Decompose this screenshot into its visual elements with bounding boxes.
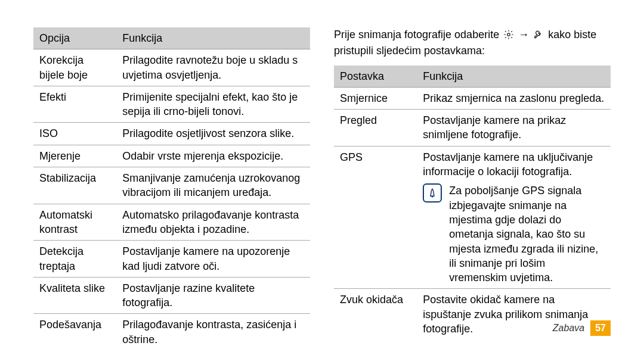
cell-function: Postavljanje kamere na uključivanje info… xyxy=(417,146,611,289)
cell-function: Prilagodite osjetljivost senzora slike. xyxy=(116,123,310,145)
table-row: PregledPostavljanje kamere na prikaz sni… xyxy=(334,110,611,147)
cell-option: Stabilizacija xyxy=(33,167,116,204)
cell-setting: GPS xyxy=(334,146,417,289)
note-icon xyxy=(423,183,442,202)
table-row: PodešavanjaPrilagođavanje kontrasta, zas… xyxy=(33,314,310,349)
cell-option: Korekcija bijele boje xyxy=(33,49,116,86)
cell-option: Automatski kontrast xyxy=(33,204,116,241)
th-funkcija-2: Funkcija xyxy=(417,66,611,88)
cell-function: Postavljanje kamere na prikaz snimljene … xyxy=(417,110,611,147)
cell-setting: Smjernice xyxy=(334,87,417,109)
table-row: GPSPostavljanje kamere na uključivanje i… xyxy=(334,146,611,289)
wrench-icon xyxy=(533,29,544,43)
settings-table: Postavka Funkcija SmjernicePrikaz smjern… xyxy=(334,66,611,340)
cell-function: Odabir vrste mjerenja ekspozicije. xyxy=(116,145,310,167)
cell-function: Prikaz smjernica na zaslonu pregleda. xyxy=(417,87,611,109)
th-opcija: Opcija xyxy=(33,27,116,49)
table-row: Automatski kontrastAutomatsko prilagođav… xyxy=(33,204,310,241)
cell-function: Automatsko prilagođavanje kontrasta izme… xyxy=(116,204,310,241)
cell-option: Detekcija treptaja xyxy=(33,241,116,278)
cell-option: Kvaliteta slike xyxy=(33,277,116,314)
svg-point-1 xyxy=(432,197,433,198)
th-postavka: Postavka xyxy=(334,66,417,88)
cell-option: Mjerenje xyxy=(33,145,116,167)
cell-option: Efekti xyxy=(33,86,116,123)
right-column: Prije snimanja fotografije odaberite → k… xyxy=(334,27,611,349)
cell-function: Primijenite specijalni efekt, kao što je… xyxy=(116,86,310,123)
table-row: Kvaliteta slikePostavljanje razine kvali… xyxy=(33,277,310,314)
note-block: Za poboljšanje GPS signala izbjegavajte … xyxy=(423,183,605,285)
left-column: Opcija Funkcija Korekcija bijele bojePri… xyxy=(33,27,310,349)
table-row: MjerenjeOdabir vrste mjerenja ekspozicij… xyxy=(33,145,310,167)
footer-section: Zabava xyxy=(553,322,584,335)
table-row: ISOPrilagodite osjetljivost senzora slik… xyxy=(33,123,310,145)
table-row: Korekcija bijele bojePrilagodite ravnote… xyxy=(33,49,310,86)
cell-function: Prilagodite ravnotežu boje u skladu s uv… xyxy=(116,49,310,86)
note-text: Za poboljšanje GPS signala izbjegavajte … xyxy=(449,183,605,285)
options-table: Opcija Funkcija Korekcija bijele bojePri… xyxy=(33,27,310,349)
cell-function: Postavljanje razine kvalitete fotografij… xyxy=(116,277,310,314)
cell-setting: Zvuk okidača xyxy=(334,289,417,339)
table-row: Detekcija treptajaPostavljanje kamere na… xyxy=(33,241,310,278)
svg-point-0 xyxy=(507,33,510,36)
intro-text: Prije snimanja fotografije odaberite → k… xyxy=(334,27,611,58)
page-footer: Zabava 57 xyxy=(553,320,611,336)
table-row: SmjernicePrikaz smjernica na zaslonu pre… xyxy=(334,87,611,109)
table-row: StabilizacijaSmanjivanje zamućenja uzrok… xyxy=(33,167,310,204)
cell-option: Podešavanja xyxy=(33,314,116,349)
cell-option: ISO xyxy=(33,123,116,145)
th-funkcija: Funkcija xyxy=(116,27,310,49)
footer-page-number: 57 xyxy=(590,320,611,336)
cell-function: Prilagođavanje kontrasta, zasićenja i oš… xyxy=(116,314,310,349)
table-row: EfektiPrimijenite specijalni efekt, kao … xyxy=(33,86,310,123)
cell-function: Smanjivanje zamućenja uzrokovanog vibrac… xyxy=(116,167,310,204)
cell-setting: Pregled xyxy=(334,110,417,147)
gear-icon xyxy=(503,29,514,43)
cell-function: Postavljanje kamere na upozorenje kad lj… xyxy=(116,241,310,278)
